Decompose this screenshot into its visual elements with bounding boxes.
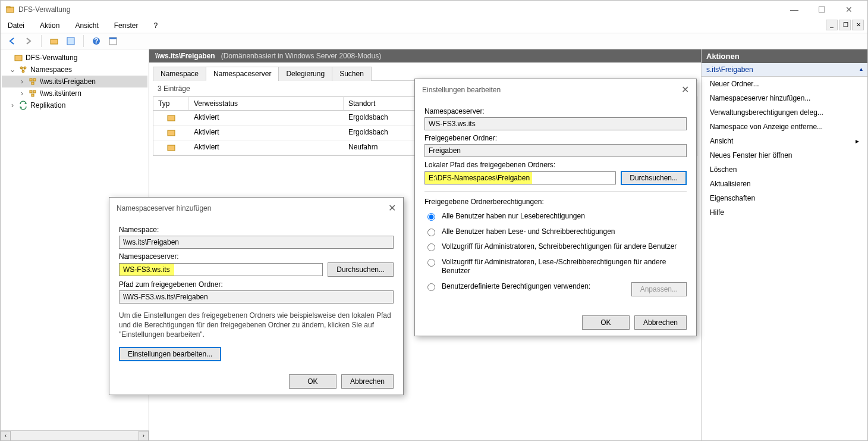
radio-input[interactable] <box>427 213 435 221</box>
server-field[interactable] <box>119 263 323 276</box>
cancel-button[interactable]: Abbrechen <box>341 374 394 389</box>
edit-settings-button[interactable]: Einstellungen bearbeiten... <box>119 347 221 361</box>
browse-path-button[interactable]: Durchsuchen... <box>621 171 687 185</box>
titlebar: DFS-Verwaltung — ☐ ✕ <box>1 1 867 18</box>
svg-rect-19 <box>168 130 175 136</box>
action-delete[interactable]: Löschen <box>702 162 867 177</box>
tab-delegation[interactable]: Delegierung <box>278 67 332 81</box>
action-new-folder[interactable]: Neuer Ordner... <box>702 77 867 91</box>
menu-view[interactable]: Ansicht <box>73 20 100 31</box>
menu-window[interactable]: Fenster <box>112 20 141 31</box>
tree-expander[interactable]: ⌄ <box>9 65 16 74</box>
svg-rect-3 <box>67 37 74 45</box>
mdi-minimize-button[interactable]: _ <box>826 20 838 30</box>
radio-input[interactable] <box>427 259 435 267</box>
dialog-titlebar: Einstellungen bearbeiten ✕ <box>415 79 696 100</box>
dialog-buttons: OK Abbrechen <box>109 368 403 395</box>
col-header-status[interactable]: Verweisstatus <box>189 97 344 110</box>
forward-button[interactable] <box>22 35 35 48</box>
menu-help[interactable]: ? <box>151 20 160 31</box>
svg-rect-13 <box>33 79 36 81</box>
tree-ns-intern[interactable]: › \\ws.its\intern <box>2 87 147 99</box>
dialog-title-text: Namespaceserver hinzufügen <box>117 204 211 212</box>
scroll-left-button[interactable]: ‹ <box>1 431 11 440</box>
tab-namespaceserver[interactable]: Namespaceserver <box>206 67 279 81</box>
radio-label: Vollzugriff für Administratoren, Schreib… <box>442 242 687 252</box>
menubar: Datei Aktion Ansicht Fenster ? _ ❐ ✕ <box>1 18 867 33</box>
tree-namespaces[interactable]: ⌄ Namespaces <box>2 64 147 76</box>
namespace-icon <box>28 89 37 98</box>
radio-admin-full-rw[interactable]: Vollzugriff für Administratoren, Lese-/S… <box>424 258 687 276</box>
col-header-type[interactable]: Typ <box>153 97 189 110</box>
mdi-close-button[interactable]: ✕ <box>852 20 864 30</box>
tree-label: Namespaces <box>30 65 72 74</box>
toolbar-separator <box>83 35 84 47</box>
tree-ns-freigaben[interactable]: › \\ws.its\Freigaben <box>2 76 147 87</box>
menu-file[interactable]: Datei <box>5 20 27 31</box>
share-field <box>424 144 687 157</box>
local-path-field[interactable] <box>424 171 616 184</box>
back-button[interactable] <box>5 35 18 48</box>
svg-rect-18 <box>168 115 175 121</box>
ok-button[interactable]: OK <box>582 315 630 330</box>
ok-button[interactable]: OK <box>289 374 336 389</box>
action-view[interactable]: Ansicht▸ <box>702 134 867 148</box>
new-window-button[interactable] <box>106 35 119 48</box>
tree-expander[interactable]: › <box>18 89 26 98</box>
cancel-button[interactable]: Abbrechen <box>634 315 687 330</box>
svg-rect-12 <box>30 79 32 81</box>
dialog-close-button[interactable]: ✕ <box>681 84 689 95</box>
action-new-window[interactable]: Neues Fenster hier öffnen <box>702 148 867 162</box>
scroll-track[interactable] <box>11 431 139 440</box>
browse-server-button[interactable]: Durchsuchen... <box>328 262 394 277</box>
radio-label: Benutzerdefinierte Berechtigungen verwen… <box>442 282 627 292</box>
dfs-icon <box>14 53 23 62</box>
action-refresh[interactable]: Aktualisieren <box>702 177 867 191</box>
radio-input[interactable] <box>427 229 435 236</box>
properties-button[interactable] <box>64 35 77 48</box>
action-help[interactable]: Hilfe <box>702 205 867 220</box>
row-type-icon <box>153 111 189 125</box>
radio-input[interactable] <box>427 243 435 251</box>
tab-search[interactable]: Suchen <box>332 67 372 81</box>
help-button[interactable]: ? <box>90 35 103 48</box>
mdi-restore-button[interactable]: ❐ <box>839 20 851 30</box>
dialog-body: Namespace: Namespaceserver: Durchsuchen.… <box>109 218 403 368</box>
close-button[interactable]: ✕ <box>835 1 863 18</box>
action-properties[interactable]: Eigenschaften <box>702 191 867 205</box>
dialog-close-button[interactable]: ✕ <box>388 202 396 214</box>
action-add-server[interactable]: Namespaceserver hinzufügen... <box>702 91 867 105</box>
row-status: Aktiviert <box>189 111 344 125</box>
main-window: DFS-Verwaltung — ☐ ✕ Datei Aktion Ansich… <box>0 0 868 441</box>
tree-label: Replikation <box>30 101 65 110</box>
svg-text:?: ? <box>94 37 98 45</box>
up-button[interactable] <box>48 35 61 48</box>
radio-input[interactable] <box>427 283 435 291</box>
path-header: \\ws.its\Freigaben (Domänenbasiert in Wi… <box>149 49 701 62</box>
tab-namespace[interactable]: Namespace <box>153 67 206 81</box>
action-delegate[interactable]: Verwaltungsberechtigungen deleg... <box>702 105 867 120</box>
actions-subhead[interactable]: s.its\Freigaben <box>702 63 867 77</box>
radio-custom[interactable]: Benutzerdefinierte Berechtigungen verwen… <box>424 282 687 296</box>
action-remove-namespace[interactable]: Namespace von Anzeige entferne... <box>702 120 867 134</box>
row-type-icon <box>153 140 189 155</box>
tree-label: DFS-Verwaltung <box>26 54 77 62</box>
tree-expander[interactable]: › <box>18 77 26 86</box>
menu-action[interactable]: Aktion <box>37 20 62 31</box>
maximize-button[interactable]: ☐ <box>808 1 835 18</box>
tree-root[interactable]: DFS-Verwaltung <box>2 52 147 64</box>
radio-read-write[interactable]: Alle Benutzer haben Lese- und Schreibber… <box>424 227 687 237</box>
radio-read-only[interactable]: Alle Benutzer haben nur Leseberechtigung… <box>424 212 687 221</box>
scroll-right-button[interactable]: › <box>139 431 149 440</box>
namespaces-icon <box>18 65 28 74</box>
toolbar: ? <box>1 33 867 49</box>
tree-expander[interactable]: › <box>9 101 16 110</box>
minimize-button[interactable]: — <box>781 1 808 18</box>
radio-admin-full-write[interactable]: Vollzugriff für Administratoren, Schreib… <box>424 242 687 252</box>
svg-rect-7 <box>109 37 117 39</box>
tree-replication[interactable]: › Replikation <box>2 99 147 111</box>
replication-icon <box>18 101 28 110</box>
customize-button: Anpassen... <box>631 282 687 296</box>
tree-scrollbar[interactable]: ‹ › <box>1 430 149 440</box>
dialog-add-namespaceserver: Namespaceserver hinzufügen ✕ Namespace: … <box>109 197 404 395</box>
